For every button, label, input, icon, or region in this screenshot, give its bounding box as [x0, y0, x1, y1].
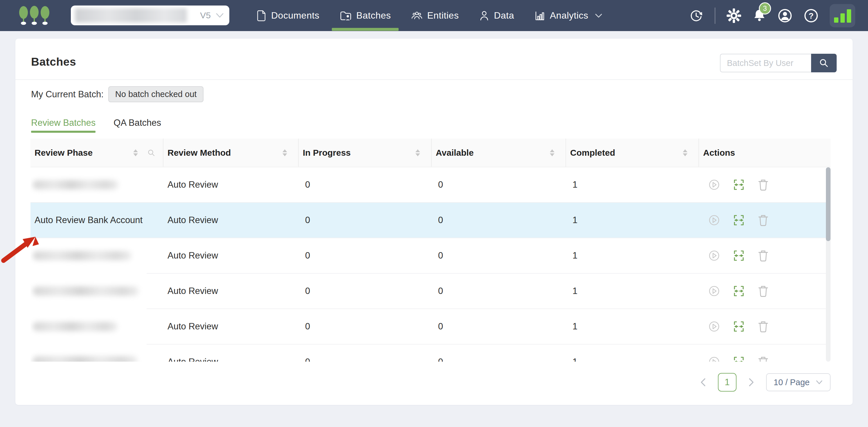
- redacted-text-blob: [33, 286, 139, 296]
- table-scrollbar-track[interactable]: [826, 167, 831, 362]
- column-header-review-phase[interactable]: Review Phase: [30, 139, 163, 167]
- nav-item-documents[interactable]: Documents: [246, 0, 330, 31]
- next-page-icon[interactable]: [747, 377, 755, 387]
- nav-item-analytics[interactable]: Analytics: [524, 0, 613, 31]
- nav-item-data[interactable]: Data: [469, 0, 524, 31]
- trash-icon[interactable]: [757, 178, 769, 192]
- entities-group-icon: [411, 10, 423, 21]
- table-row[interactable]: Auto Review 0 0 1: [30, 309, 831, 344]
- current-page-button[interactable]: 1: [718, 373, 737, 392]
- tab-qa-batches[interactable]: QA Batches: [114, 118, 161, 133]
- play-icon[interactable]: [708, 285, 720, 297]
- trash-icon[interactable]: [757, 320, 769, 333]
- redacted-text-blob: [33, 356, 137, 362]
- current-batch-value-badge: No batch checked out: [108, 86, 204, 102]
- nav-divider: [715, 7, 715, 24]
- table-body: Auto Review 0 0 1 Auto Review Bank Accou…: [30, 167, 831, 362]
- pagination: 1 10 / Page: [699, 373, 831, 392]
- column-header-actions: Actions: [699, 139, 831, 167]
- play-icon[interactable]: [708, 214, 720, 227]
- sort-icon[interactable]: [415, 149, 420, 156]
- green-bars-icon[interactable]: [830, 4, 855, 27]
- top-nav-bar: V5 Documents Batches: [0, 0, 868, 31]
- main-nav-menu: Documents Batches Entities Da: [246, 0, 613, 31]
- svg-text:?: ?: [808, 11, 813, 20]
- batchset-search: [720, 54, 837, 72]
- notification-badge: 3: [759, 2, 771, 15]
- page-size-select[interactable]: 10 / Page: [766, 373, 831, 391]
- trash-icon[interactable]: [757, 249, 769, 262]
- document-icon: [256, 10, 267, 22]
- redacted-text-blob: [33, 322, 118, 331]
- sort-icon[interactable]: [282, 149, 287, 156]
- table-row[interactable]: Auto Review 0 0 1: [30, 238, 831, 274]
- cell-actions: [699, 167, 831, 202]
- workspace-name-redacted: [75, 8, 187, 23]
- play-icon[interactable]: [708, 249, 720, 262]
- user-icon[interactable]: [777, 8, 793, 23]
- tab-review-batches[interactable]: Review Batches: [31, 118, 95, 133]
- nav-item-label: Data: [494, 10, 514, 21]
- batch-tabs: Review Batches QA Batches: [31, 118, 161, 133]
- chevron-down-icon: [215, 12, 224, 19]
- fit-arrows-icon[interactable]: [732, 178, 745, 192]
- nav-item-label: Analytics: [550, 10, 588, 21]
- cell-review-phase: Auto Review Bank Account: [30, 203, 163, 237]
- trash-icon[interactable]: [757, 284, 769, 298]
- current-batch-row: My Current Batch: No batch checked out: [31, 86, 204, 102]
- fit-arrows-icon[interactable]: [732, 284, 745, 298]
- column-header-in-progress[interactable]: In Progress: [299, 139, 432, 167]
- workspace-version: V5: [200, 5, 211, 25]
- history-icon[interactable]: [689, 8, 704, 23]
- search-icon: [819, 58, 829, 68]
- app-logo[interactable]: [18, 6, 51, 26]
- column-search-icon[interactable]: [147, 149, 155, 157]
- sort-icon[interactable]: [683, 149, 687, 156]
- column-header-review-method[interactable]: Review Method: [163, 139, 299, 167]
- nav-item-label: Batches: [356, 10, 391, 21]
- cell-actions: [699, 238, 831, 273]
- gear-icon[interactable]: [726, 8, 741, 23]
- search-input[interactable]: [720, 54, 811, 72]
- nav-item-label: Documents: [271, 10, 319, 21]
- prev-page-icon[interactable]: [699, 377, 707, 387]
- play-icon[interactable]: [708, 178, 720, 191]
- nav-item-label: Entities: [427, 10, 459, 21]
- trash-icon[interactable]: [757, 355, 769, 362]
- fit-arrows-icon[interactable]: [732, 214, 745, 227]
- page-title: Batches: [31, 55, 76, 68]
- fit-arrows-icon[interactable]: [732, 249, 745, 262]
- help-icon[interactable]: ?: [804, 8, 819, 23]
- fit-arrows-icon[interactable]: [732, 355, 745, 362]
- bell-icon[interactable]: 3: [752, 8, 766, 23]
- play-icon[interactable]: [708, 320, 720, 333]
- table-row[interactable]: Auto Review 0 0 1: [30, 274, 831, 309]
- analytics-chart-icon: [534, 10, 546, 21]
- fit-arrows-icon[interactable]: [732, 320, 745, 333]
- header-divider: [16, 79, 852, 80]
- table-row[interactable]: Auto Review 0 0 1: [30, 167, 831, 203]
- column-header-completed[interactable]: Completed: [566, 139, 699, 167]
- sort-icon[interactable]: [133, 149, 138, 156]
- nav-right-actions: 3 ?: [689, 0, 855, 31]
- batches-card: Batches My Current Batch: No batch check…: [16, 39, 852, 405]
- cell-actions: [699, 344, 831, 362]
- play-icon[interactable]: [708, 355, 720, 362]
- workspace-select[interactable]: V5: [71, 5, 229, 25]
- page-size-label: 10 / Page: [774, 378, 810, 387]
- trash-icon[interactable]: [757, 214, 769, 227]
- nav-item-batches[interactable]: Batches: [330, 0, 401, 31]
- red-annotation-arrow: [0, 231, 49, 269]
- table-row-highlighted[interactable]: Auto Review Bank Account Auto Review 0 0…: [30, 203, 831, 238]
- table-scrollbar-thumb[interactable]: [826, 167, 831, 241]
- table-header: Review Phase Review Method In Progress A…: [30, 139, 831, 167]
- chevron-down-icon: [815, 379, 823, 385]
- search-button[interactable]: [811, 54, 837, 72]
- cell-actions: [699, 309, 831, 344]
- sort-icon[interactable]: [550, 149, 555, 156]
- table-row[interactable]: Auto Review 0 0 1: [30, 344, 831, 362]
- column-header-available[interactable]: Available: [432, 139, 566, 167]
- data-person-icon: [479, 10, 490, 21]
- cell-actions: [699, 274, 831, 309]
- nav-item-entities[interactable]: Entities: [401, 0, 469, 31]
